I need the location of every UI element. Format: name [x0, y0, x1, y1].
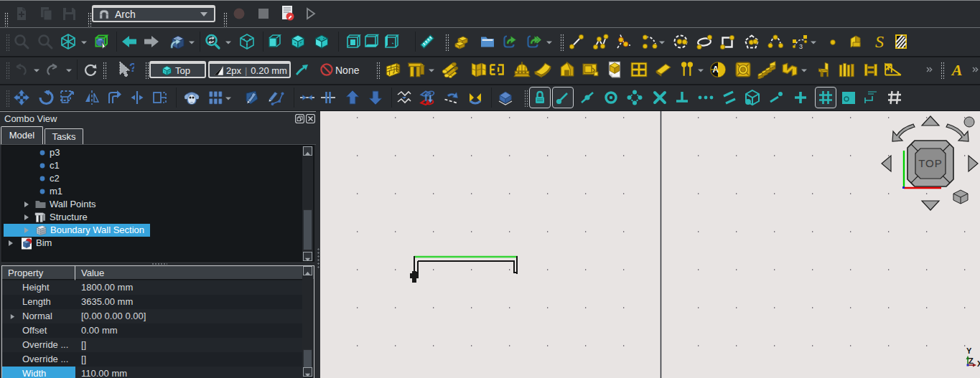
svg-text:3: 3 — [799, 43, 803, 50]
svg-text:S: S — [875, 33, 884, 50]
svg-text:A: A — [951, 61, 963, 78]
svg-text:Z: Z — [969, 356, 974, 365]
svg-text:X: X — [977, 359, 980, 368]
svg-text:Y: Y — [966, 346, 972, 355]
svg-text:TOP: TOP — [918, 157, 943, 169]
svg-text:?: ? — [129, 61, 134, 75]
